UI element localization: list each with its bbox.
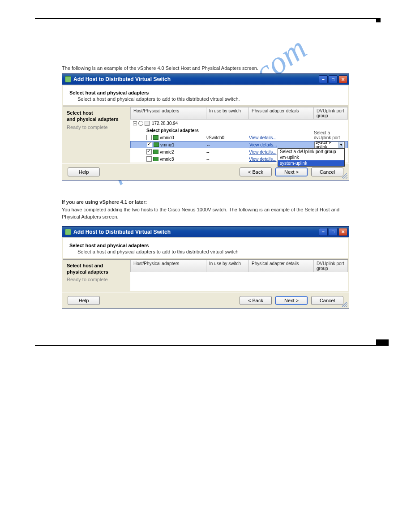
dropdown-option[interactable]: system-uplink <box>278 160 344 166</box>
close-button[interactable]: ✕ <box>338 228 347 236</box>
checkbox[interactable] <box>146 156 152 162</box>
col-details[interactable]: Physical adapter details <box>249 260 314 272</box>
col-uplink[interactable]: DVUplink port group <box>314 107 348 120</box>
cancel-button[interactable]: Cancel <box>311 296 343 305</box>
maximize-button[interactable]: □ <box>329 228 338 236</box>
inuse-cell: vSwitch0 <box>206 135 249 140</box>
wizard-nav: Select host andphysical adapters Ready t… <box>63 260 130 291</box>
next-button[interactable]: Next > <box>275 296 308 305</box>
uplink-dropdown[interactable]: system-uplink ▼ <box>314 142 345 148</box>
col-uplink[interactable]: DVUplink port group <box>314 260 348 272</box>
adapters-grid: Host/Physical adapters In use by switch … <box>130 260 348 291</box>
header-title: Select host and physical adapters <box>69 90 342 95</box>
title-bar[interactable]: Add Host to Distributed Virtual Switch –… <box>62 227 349 237</box>
title-bar[interactable]: Add Host to Distributed Virtual Switch –… <box>62 74 349 85</box>
header-subtitle: Select a host and physical adapters to a… <box>77 96 342 102</box>
dialog2: Add Host to Distributed Virtual Switch –… <box>62 226 349 309</box>
nav-step-ready[interactable]: Ready to complete <box>67 124 126 130</box>
nic-name: vmnic0 <box>160 135 174 140</box>
inuse-cell: -- <box>206 150 249 154</box>
checkbox[interactable] <box>146 149 152 154</box>
tree-collapse-icon[interactable]: − <box>133 121 137 125</box>
body-note: The following is an example of the vSphe… <box>62 65 349 71</box>
view-details-link[interactable]: View details... <box>249 135 314 140</box>
header-subtitle: Select a host and physical adapters to a… <box>77 249 342 254</box>
body-note: If you are using vSphere 4.1 or later: Y… <box>62 198 349 221</box>
minimize-button[interactable]: – <box>319 228 328 236</box>
nic-name: vmnic2 <box>160 150 174 154</box>
nic-icon <box>153 135 158 140</box>
nav-step-selected[interactable]: Select host andphysical adapters <box>67 262 126 275</box>
window-title: Add Host to Distributed Virtual Switch <box>73 229 171 235</box>
resize-grip[interactable] <box>342 173 347 179</box>
clock-icon <box>138 121 143 126</box>
header-panel: Select host and physical adapters Select… <box>63 86 348 106</box>
host-row[interactable]: − 172.28.30.94 <box>130 120 348 127</box>
col-host-adapters[interactable]: Host/Physical adapters <box>130 107 206 120</box>
adapters-grid: Host/Physical adapters In use by switch … <box>130 107 348 163</box>
back-button[interactable]: < Back <box>240 167 272 176</box>
maximize-button[interactable]: □ <box>329 75 338 83</box>
checkbox[interactable] <box>146 135 152 140</box>
nic-name: vmnic1 <box>160 142 175 147</box>
col-inuse[interactable]: In use by switch <box>206 260 249 272</box>
table-row[interactable]: vmnic1 -- View details... system-uplink … <box>130 141 348 148</box>
window-title: Add Host to Distributed Virtual Switch <box>73 76 171 82</box>
next-button[interactable]: Next > <box>275 167 308 176</box>
minimize-button[interactable]: – <box>319 75 328 83</box>
nic-icon <box>154 142 159 147</box>
uplink-dropdown-options[interactable]: Select a dvUplink port group vm-uplink s… <box>278 148 345 167</box>
dialog1: Add Host to Distributed Virtual Switch –… <box>62 73 349 180</box>
wizard-nav: Select hostand physical adapters Ready t… <box>63 107 130 163</box>
col-host-adapters[interactable]: Host/Physical adapters <box>130 260 206 272</box>
close-button[interactable]: ✕ <box>338 75 347 83</box>
nic-name: vmnic3 <box>160 157 174 162</box>
checkbox[interactable] <box>147 142 152 147</box>
app-icon <box>65 76 71 82</box>
back-button[interactable]: < Back <box>240 296 272 305</box>
nic-icon <box>153 157 158 161</box>
view-details-link[interactable]: View details... <box>249 142 314 147</box>
header-title: Select host and physical adapters <box>69 243 342 248</box>
nav-step-ready[interactable]: Ready to complete <box>67 277 126 282</box>
dropdown-option[interactable]: vm-uplink <box>278 154 344 160</box>
host-ip: 172.28.30.94 <box>152 121 178 126</box>
chevron-down-icon[interactable]: ▼ <box>338 142 343 148</box>
dropdown-option[interactable]: Select a dvUplink port group <box>278 149 344 154</box>
col-inuse[interactable]: In use by switch <box>206 107 249 120</box>
cancel-button[interactable]: Cancel <box>311 167 343 176</box>
host-icon <box>145 121 150 126</box>
help-button[interactable]: Help <box>68 167 100 176</box>
resize-grip[interactable] <box>342 302 347 307</box>
header-panel: Select host and physical adapters Select… <box>63 238 348 258</box>
app-icon <box>65 229 71 235</box>
nav-step-selected[interactable]: Select hostand physical adapters <box>67 110 126 123</box>
inuse-cell: -- <box>207 142 249 147</box>
nic-icon <box>153 150 158 154</box>
col-details[interactable]: Physical adapter details <box>249 107 314 120</box>
inuse-cell: -- <box>206 157 249 162</box>
help-button[interactable]: Help <box>68 296 100 305</box>
